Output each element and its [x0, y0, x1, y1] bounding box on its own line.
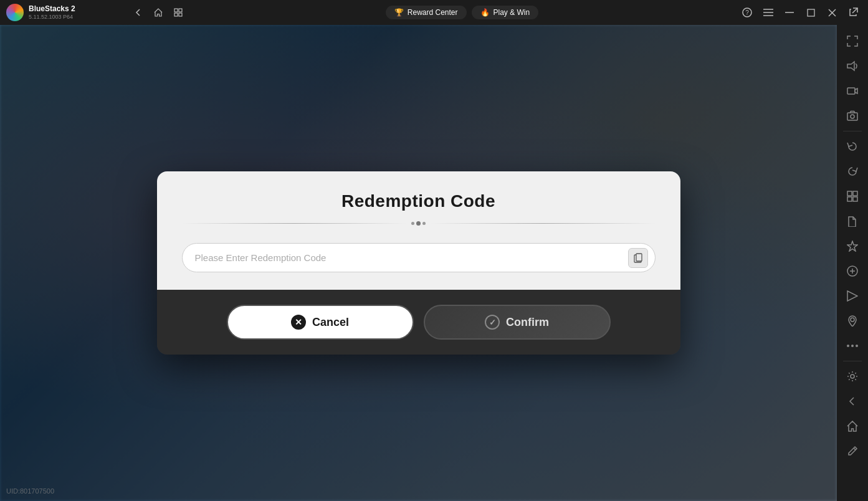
divider-dot-2 — [416, 221, 421, 226]
sidebar-location-icon[interactable] — [841, 310, 864, 332]
play-win-label: Play & Win — [494, 8, 530, 17]
close-button[interactable] — [822, 2, 842, 22]
dialog-divider — [182, 221, 656, 226]
svg-marker-16 — [855, 88, 857, 93]
tabs-button[interactable] — [169, 4, 187, 21]
sidebar-airplane-icon[interactable] — [841, 235, 864, 257]
restore-button[interactable] — [801, 2, 821, 22]
svg-line-32 — [854, 448, 856, 450]
sidebar-macro-icon[interactable] — [841, 285, 864, 307]
svg-rect-21 — [847, 197, 852, 201]
svg-rect-22 — [853, 197, 857, 201]
confirm-label: Confirm — [506, 316, 549, 329]
sidebar-divider-2 — [843, 361, 862, 361]
modal-overlay: Redemption Code — [0, 25, 837, 501]
sidebar-pen-icon[interactable] — [841, 440, 864, 462]
svg-rect-15 — [847, 88, 855, 94]
divider-dots — [411, 221, 426, 226]
expand-button[interactable] — [843, 2, 863, 22]
reward-center-button[interactable]: 🏆 Reward Center — [386, 6, 467, 19]
play-emoji: 🔥 — [480, 8, 490, 17]
sidebar-files-icon[interactable] — [841, 210, 864, 232]
topbar-right: ? — [732, 2, 868, 22]
reward-label: Reward Center — [408, 8, 458, 17]
topbar-left: BlueStacks 2 5.11.52.1003 P64 — [0, 4, 125, 21]
svg-rect-1 — [179, 9, 182, 12]
redemption-dialog: Redemption Code — [157, 171, 680, 355]
dialog-title: Redemption Code — [182, 191, 656, 211]
divider-line-right — [431, 223, 656, 224]
svg-rect-0 — [174, 9, 178, 12]
svg-line-13 — [852, 8, 857, 13]
svg-point-29 — [851, 345, 854, 347]
app-version: 5.11.52.1003 P64 — [29, 14, 75, 21]
cancel-button[interactable]: ✕ Cancel — [227, 305, 414, 340]
help-button[interactable]: ? — [737, 2, 757, 22]
bluestacks-logo — [6, 4, 24, 21]
svg-rect-17 — [847, 113, 857, 120]
cancel-label: Cancel — [312, 316, 349, 329]
sidebar-screenshot-icon[interactable] — [841, 105, 864, 127]
sidebar-volume-icon[interactable] — [841, 55, 864, 77]
svg-point-27 — [851, 318, 854, 322]
sidebar-apps-icon[interactable] — [841, 185, 864, 208]
right-sidebar — [837, 25, 868, 501]
redemption-code-input[interactable] — [182, 243, 656, 272]
svg-point-18 — [851, 115, 854, 118]
sidebar-rotate-icon[interactable] — [841, 135, 864, 158]
sidebar-settings-icon[interactable] — [841, 365, 864, 388]
sidebar-more-icon[interactable] — [841, 335, 864, 357]
svg-rect-3 — [179, 13, 182, 16]
divider-dot-3 — [422, 222, 426, 225]
svg-point-28 — [847, 345, 849, 347]
svg-rect-20 — [853, 191, 857, 196]
play-win-button[interactable]: 🔥 Play & Win — [472, 6, 539, 19]
divider-line-left — [182, 223, 407, 224]
topbar-nav — [125, 4, 192, 21]
topbar: BlueStacks 2 5.11.52.1003 P64 🏆 Reward C… — [0, 0, 868, 25]
menu-button[interactable] — [758, 2, 778, 22]
svg-text:?: ? — [745, 9, 749, 16]
sidebar-video-icon[interactable] — [841, 80, 864, 102]
dialog-top: Redemption Code — [157, 171, 680, 290]
confirm-button[interactable]: ✓ Confirm — [424, 305, 611, 340]
divider-dot-1 — [411, 222, 414, 225]
reward-emoji: 🏆 — [394, 8, 404, 17]
sidebar-divider-1 — [843, 131, 862, 131]
svg-marker-14 — [847, 62, 854, 70]
home-button[interactable] — [150, 4, 167, 21]
clipboard-button[interactable] — [628, 248, 648, 268]
minimize-button[interactable] — [780, 2, 799, 22]
sidebar-add-icon[interactable] — [841, 260, 864, 282]
dialog-bottom: ✕ Cancel ✓ Confirm — [157, 290, 680, 355]
sidebar-refresh-icon[interactable] — [841, 160, 864, 183]
back-button[interactable] — [130, 4, 147, 21]
svg-rect-33 — [636, 254, 642, 261]
svg-marker-26 — [847, 291, 857, 301]
input-container — [182, 243, 656, 272]
topbar-center: 🏆 Reward Center 🔥 Play & Win — [192, 6, 732, 19]
confirm-icon: ✓ — [485, 315, 500, 330]
app-title: BlueStacks 2 — [29, 4, 75, 13]
sidebar-back-icon[interactable] — [841, 390, 864, 413]
sidebar-fullscreen-icon[interactable] — [841, 30, 864, 52]
svg-point-30 — [856, 345, 858, 347]
app-info: BlueStacks 2 5.11.52.1003 P64 — [29, 4, 75, 20]
svg-point-31 — [851, 375, 854, 378]
svg-rect-2 — [174, 13, 178, 16]
cancel-icon: ✕ — [291, 315, 306, 330]
svg-rect-10 — [808, 9, 814, 16]
sidebar-home-icon[interactable] — [841, 415, 864, 437]
svg-rect-19 — [847, 191, 852, 196]
